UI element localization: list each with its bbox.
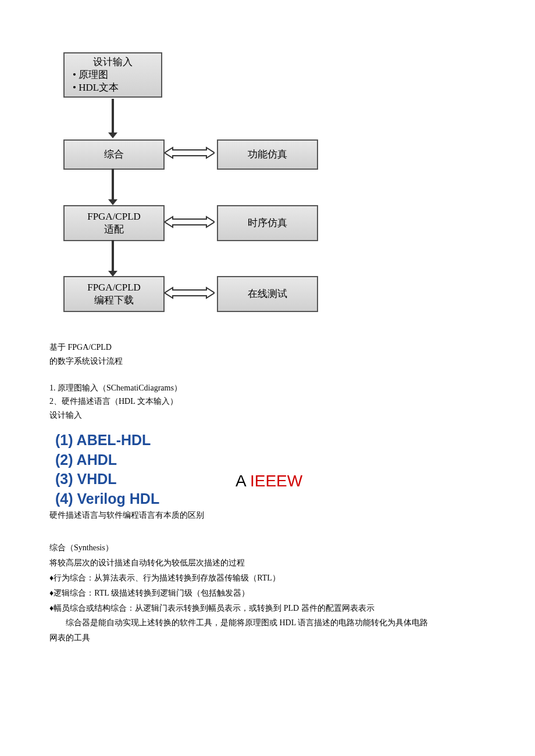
section-line: ♦逻辑综合：RTL 级描述转换到逻辑门级（包括触发器） — [49, 586, 535, 601]
hdl-note: 硬件描述语言与软件编程语言有本质的区别 — [49, 510, 535, 521]
section-line: ♦幅员综合或结构综合：从逻辑门表示转换到幅员表示，或转换到 PLD 器件的配置网… — [49, 601, 535, 616]
box-online-test: 在线测试 — [217, 276, 318, 312]
synthesis-section: 综合（Synthesis） 将较高层次的设计描述自动转化为较低层次描述的过程 ♦… — [49, 540, 535, 646]
box-timing-sim: 时序仿真 — [217, 205, 318, 241]
double-arrow-icon — [165, 146, 215, 159]
svg-marker-0 — [165, 148, 215, 158]
ieee-a: A — [236, 472, 250, 490]
arrow-down-icon — [112, 169, 114, 200]
box-input-title: 设计输入 — [93, 56, 133, 69]
box-design-input: 设计输入 • 原理图 • HDL文本 — [63, 52, 162, 98]
list-item: 1. 原理图输入（SChematiCdiagrams） — [49, 381, 535, 395]
svg-marker-2 — [165, 288, 215, 298]
box-fit-l1: FPGA/CPLD — [87, 210, 141, 223]
box-prog-l1: FPGA/CPLD — [87, 281, 141, 294]
diagram-caption: 基于 FPGA/CPLD 的数字系统设计流程 — [49, 341, 535, 368]
box-program: FPGA/CPLD 编程下载 — [63, 276, 165, 312]
section-line: 网表的工具 — [49, 630, 535, 646]
section-line: ♦行为综合：从算法表示、行为描述转换到存放器传输级（RTL） — [49, 571, 535, 586]
flow-diagram: 设计输入 • 原理图 • HDL文本 综合 FPGA/CPLD 适配 FPGA/… — [55, 52, 358, 331]
box-prog-l2: 编程下载 — [94, 294, 134, 307]
section-line: 将较高层次的设计描述自动转化为较低层次描述的过程 — [49, 556, 535, 571]
box-func-label: 功能仿真 — [248, 148, 287, 161]
box-synthesis: 综合 — [63, 139, 165, 170]
box-fit-l2: 适配 — [104, 223, 124, 236]
box-input-b2: • HDL文本 — [73, 81, 119, 94]
box-input-b1: • 原理图 — [73, 69, 108, 81]
box-test-label: 在线测试 — [248, 288, 287, 300]
box-fit: FPGA/CPLD 适配 — [63, 205, 165, 241]
double-arrow-icon — [165, 286, 215, 299]
list-item: 设计输入 — [49, 409, 535, 422]
double-arrow-icon — [165, 216, 215, 228]
arrow-down-icon — [112, 240, 114, 272]
svg-marker-1 — [165, 217, 215, 227]
box-func-sim: 功能仿真 — [217, 139, 318, 170]
section-title: 综合（Synthesis） — [49, 540, 535, 556]
hdl-item: (1) ABEL-HDL — [55, 431, 535, 450]
ieee-label: A IEEEW — [236, 470, 302, 492]
page: 设计输入 • 原理图 • HDL文本 综合 FPGA/CPLD 适配 FPGA/… — [0, 52, 535, 680]
box-synth-label: 综合 — [104, 148, 124, 161]
caption-l1: 基于 FPGA/CPLD — [49, 341, 535, 354]
arrow-down-icon — [112, 99, 114, 134]
caption-l2: 的数字系统设计流程 — [49, 354, 535, 368]
ieee-r: IEEEW — [250, 472, 302, 490]
hdl-list: (1) ABEL-HDL (2) AHDL (3) VHDL (4) Veril… — [55, 431, 535, 509]
hdl-item: (4) Verilog HDL — [55, 489, 535, 509]
input-methods-list: 1. 原理图输入（SChematiCdiagrams） 2、硬件描述语言（HDL… — [49, 381, 535, 422]
section-line: 综合器是能自动实现上述转换的软件工具，是能将原理图或 HDL 语言描述的电路功能… — [49, 615, 535, 630]
list-item: 2、硬件描述语言（HDL 文本输入） — [49, 395, 535, 409]
box-time-label: 时序仿真 — [248, 217, 287, 230]
hdl-item: (2) AHDL — [55, 450, 535, 470]
